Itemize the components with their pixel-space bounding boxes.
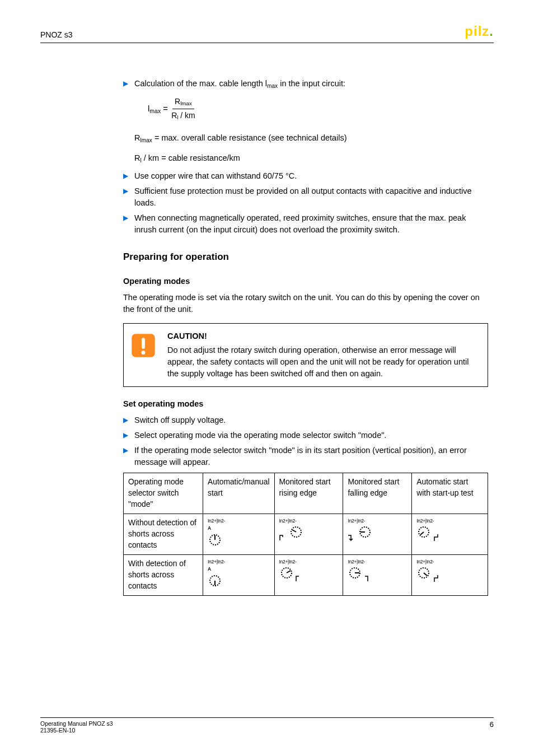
table-row: With detection of shorts across contacts… xyxy=(124,554,488,595)
rising-edge-icon xyxy=(279,534,287,541)
col-rising-edge: Monitored start rising edge xyxy=(274,473,343,514)
falling-edge-icon xyxy=(348,534,355,541)
caution-body: Do not adjust the rotary switch during o… xyxy=(167,344,480,380)
table-header-row: Operating mode selector switch "mode" Au… xyxy=(124,473,488,514)
operating-modes-table: Operating mode selector switch "mode" Au… xyxy=(123,473,488,596)
test-pulse-icon xyxy=(433,575,439,582)
falling-edge-icon xyxy=(364,575,372,582)
triangle-bullet-icon: ▶ xyxy=(123,445,134,468)
svg-line-10 xyxy=(420,532,424,535)
note-rlmax: Rlmax = max. overall cable resistance (s… xyxy=(134,132,488,144)
triangle-bullet-icon: ▶ xyxy=(123,78,134,90)
mode-icon-cell: In2+|In2- A xyxy=(203,514,274,554)
fraction: Rlmax Rl / km xyxy=(171,96,195,122)
logo-text: pilz xyxy=(465,24,489,39)
triangle-bullet-icon: ▶ xyxy=(123,212,134,236)
triangle-bullet-icon: ▶ xyxy=(123,185,134,209)
bullet-text: Select operating mode via the operating … xyxy=(134,430,488,441)
triangle-bullet-icon: ▶ xyxy=(123,414,134,426)
bullet-reed-switch: ▶ When connecting magnetically operated,… xyxy=(123,212,488,236)
bullet-fuse-protection: ▶ Sufficient fuse protection must be pro… xyxy=(123,185,488,209)
col-falling-edge: Monitored start falling edge xyxy=(343,473,412,514)
svg-point-2 xyxy=(142,351,146,354)
rising-edge-icon xyxy=(296,575,303,582)
formula-lmax: lmax = Rlmax Rl / km xyxy=(148,96,488,122)
bullet-text: When connecting magnetically operated, r… xyxy=(134,212,488,236)
caution-icon xyxy=(130,330,158,362)
mode-icon-cell: In2+|In2- A xyxy=(203,554,274,595)
triangle-bullet-icon: ▶ xyxy=(123,430,134,441)
bullet-copper-wire: ▶ Use copper wire that can withstand 60/… xyxy=(123,170,488,182)
dial-icon xyxy=(289,525,303,539)
col-mode: Operating mode selector switch "mode" xyxy=(124,473,203,514)
test-pulse-icon xyxy=(433,534,439,542)
bullet-text: If the operating mode selector switch "m… xyxy=(134,445,488,468)
dial-icon xyxy=(348,566,362,580)
svg-rect-1 xyxy=(142,338,145,349)
heading-preparing: Preparing for operation xyxy=(123,250,488,264)
bullet-select-mode: ▶ Select operating mode via the operatin… xyxy=(123,430,488,441)
table-row: Without detection of shorts across conta… xyxy=(124,514,488,554)
heading-set-operating-modes: Set operating modes xyxy=(123,398,488,410)
caution-title: CAUTION! xyxy=(167,330,480,342)
mode-icon-cell: In2+|In2- xyxy=(412,554,488,595)
col-auto-manual: Automatic/manual start xyxy=(203,473,274,514)
row-with-detection: With detection of shorts across contacts xyxy=(124,554,203,595)
bullet-text: Switch off supply voltage. xyxy=(134,414,488,426)
dial-icon xyxy=(208,533,222,547)
bullet-text: Calculation of the max. cable length lma… xyxy=(134,78,488,90)
triangle-bullet-icon: ▶ xyxy=(123,170,134,182)
page-header: PNOZ s3 pilz. xyxy=(40,0,494,43)
dial-icon xyxy=(416,566,431,580)
header-title: PNOZ s3 xyxy=(40,30,73,39)
note-rl-km: Rl / km = cable resistance/km xyxy=(134,152,488,165)
dial-icon xyxy=(358,525,372,539)
footer-page-number: 6 xyxy=(490,720,494,734)
footer-manual-title: Operating Manual PNOZ s3 xyxy=(40,720,113,727)
logo-dot-icon: . xyxy=(489,24,494,39)
row-without-detection: Without detection of shorts across conta… xyxy=(124,514,203,554)
bullet-start-position: ▶ If the operating mode selector switch … xyxy=(123,445,488,468)
mode-icon-cell: In2+|In2- xyxy=(274,514,343,554)
svg-line-18 xyxy=(424,573,427,576)
dial-icon xyxy=(208,573,222,588)
dial-icon xyxy=(279,566,294,580)
heading-operating-modes: Operating modes xyxy=(123,276,488,287)
dial-icon xyxy=(416,525,431,539)
svg-line-6 xyxy=(292,530,296,532)
mode-icon-cell: In2+|In2- xyxy=(343,514,412,554)
page-footer: Operating Manual PNOZ s3 21395-EN-10 6 xyxy=(40,717,494,734)
caution-box: CAUTION! Do not adjust the rotary switch… xyxy=(123,323,488,387)
bullet-switch-off: ▶ Switch off supply voltage. xyxy=(123,414,488,426)
bullet-text: Use copper wire that can withstand 60/75… xyxy=(134,170,488,182)
para-operating-modes: The operating mode is set via the rotary… xyxy=(123,292,488,315)
svg-line-14 xyxy=(287,571,291,573)
bullet-calc-length: ▶ Calculation of the max. cable length l… xyxy=(123,78,488,90)
footer-doc-id: 21395-EN-10 xyxy=(40,727,113,734)
bullet-text: Sufficient fuse protection must be provi… xyxy=(134,185,488,209)
brand-logo: pilz. xyxy=(465,24,494,39)
mode-icon-cell: In2+|In2- xyxy=(412,514,488,554)
mode-icon-cell: In2+|In2- xyxy=(274,554,343,595)
mode-icon-cell: In2+|In2- xyxy=(343,554,412,595)
col-auto-startup: Automatic start with start-up test xyxy=(412,473,488,514)
